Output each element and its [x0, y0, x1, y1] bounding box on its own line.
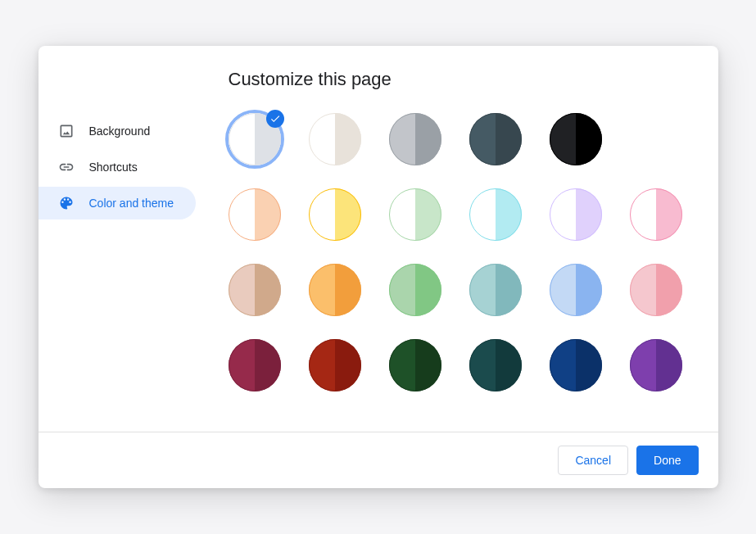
swatch-right-half — [255, 188, 281, 241]
swatch-right-half — [656, 188, 682, 241]
swatch-right-half — [496, 264, 522, 316]
theme-swatch-16[interactable] — [550, 264, 602, 316]
swatch-left-half — [389, 339, 415, 391]
check-icon — [266, 110, 284, 128]
sidebar-item-color-theme[interactable]: Color and theme — [38, 187, 196, 219]
theme-swatch-1[interactable] — [309, 113, 361, 165]
swatch-right-half — [255, 339, 281, 391]
swatch-left-half — [550, 339, 576, 391]
swatch-right-half — [576, 113, 602, 165]
theme-swatch-13[interactable] — [309, 264, 361, 316]
theme-swatch-20[interactable] — [389, 339, 441, 391]
swatch-left-half — [550, 188, 576, 241]
swatch-right-half — [335, 188, 361, 241]
sidebar-item-label: Color and theme — [89, 197, 174, 210]
swatch-right-half — [415, 264, 441, 316]
swatch-right-half — [496, 188, 522, 241]
swatch-left-half — [469, 113, 496, 165]
theme-swatch-23[interactable] — [630, 339, 682, 391]
swatch-left-half — [309, 339, 335, 391]
theme-swatch-10[interactable] — [550, 188, 602, 241]
swatch-left-half — [550, 113, 576, 165]
sidebar-item-shortcuts[interactable]: Shortcuts — [38, 151, 196, 183]
theme-swatch-18[interactable] — [229, 339, 281, 391]
swatch-right-half — [576, 188, 602, 241]
theme-swatch-0[interactable] — [229, 113, 281, 165]
dialog-body: BackgroundShortcutsColor and theme Custo… — [38, 46, 718, 432]
swatch-right-half — [415, 113, 441, 165]
swatch-right-half — [656, 339, 682, 391]
sidebar-item-label: Shortcuts — [89, 161, 138, 174]
theme-swatches — [229, 113, 686, 391]
swatch-right-half — [415, 339, 441, 391]
link-icon — [58, 159, 75, 175]
swatch-left-half — [389, 188, 415, 241]
swatch-left-half — [630, 188, 656, 241]
main-panel: Customize this page — [229, 46, 718, 432]
swatch-left-half — [309, 264, 335, 316]
sidebar: BackgroundShortcutsColor and theme — [38, 46, 229, 432]
theme-swatch-21[interactable] — [469, 339, 522, 391]
swatch-left-half — [229, 339, 255, 391]
swatch-left-half — [229, 264, 255, 316]
swatch-right-half — [576, 264, 602, 316]
palette-icon — [58, 195, 75, 211]
theme-swatch-15[interactable] — [469, 264, 522, 316]
theme-swatch-7[interactable] — [309, 188, 361, 241]
dialog-footer: Cancel Done — [38, 432, 718, 488]
swatch-left-half — [630, 339, 656, 391]
swatch-right-half — [496, 339, 522, 391]
swatch-right-half — [335, 339, 361, 391]
swatch-right-half — [415, 188, 441, 241]
done-button[interactable]: Done — [636, 446, 698, 475]
swatch-left-half — [469, 339, 496, 391]
theme-swatch-4[interactable] — [550, 113, 602, 165]
swatch-left-half — [389, 113, 415, 165]
swatch-right-half — [255, 264, 281, 316]
theme-swatch-14[interactable] — [389, 264, 441, 316]
swatch-right-half — [335, 264, 361, 316]
swatch-right-half — [335, 113, 361, 165]
theme-swatch-22[interactable] — [550, 339, 602, 391]
theme-swatch-empty — [630, 113, 682, 165]
cancel-button[interactable]: Cancel — [558, 446, 628, 475]
swatch-left-half — [469, 264, 496, 316]
customize-dialog: BackgroundShortcutsColor and theme Custo… — [38, 46, 718, 488]
swatch-left-half — [389, 264, 415, 316]
swatch-left-half — [309, 188, 335, 241]
page-title: Customize this page — [229, 69, 686, 90]
theme-swatch-19[interactable] — [309, 339, 361, 391]
swatch-right-half — [656, 264, 682, 316]
swatch-right-half — [576, 339, 602, 391]
swatch-left-half — [630, 264, 656, 316]
theme-swatch-6[interactable] — [229, 188, 281, 241]
theme-swatch-11[interactable] — [630, 188, 682, 241]
sidebar-item-label: Background — [89, 124, 151, 138]
swatch-right-half — [496, 113, 522, 165]
theme-swatch-9[interactable] — [469, 188, 522, 241]
theme-swatch-8[interactable] — [389, 188, 441, 241]
theme-swatch-3[interactable] — [469, 113, 522, 165]
theme-swatch-12[interactable] — [229, 264, 281, 316]
swatch-left-half — [309, 113, 335, 165]
image-icon — [58, 123, 75, 139]
swatch-left-half — [469, 188, 496, 241]
swatch-left-half — [229, 113, 255, 165]
theme-swatch-2[interactable] — [389, 113, 441, 165]
swatch-left-half — [229, 188, 255, 241]
sidebar-item-background[interactable]: Background — [38, 115, 196, 147]
theme-swatch-17[interactable] — [630, 264, 682, 316]
swatch-left-half — [550, 264, 576, 316]
